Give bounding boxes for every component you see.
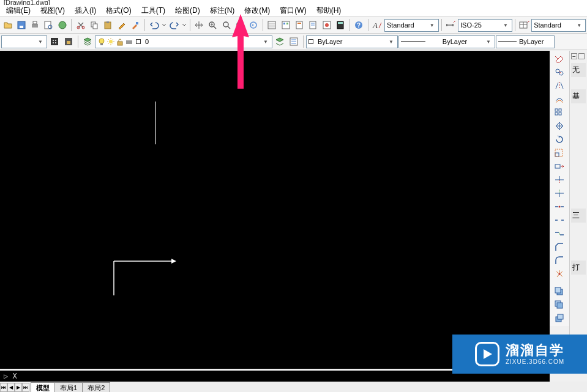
menu-edit[interactable]: 编辑(E): [1, 4, 36, 17]
group-basic-label[interactable]: 基: [571, 89, 586, 103]
tab-scroll-next-icon[interactable]: ▶: [15, 383, 22, 392]
pan-icon[interactable]: [193, 18, 206, 32]
minimize-icon[interactable]: −: [571, 53, 577, 59]
zoom-previous-icon[interactable]: [233, 18, 246, 32]
offset-icon[interactable]: [551, 92, 567, 106]
zoom-window-icon[interactable]: [220, 18, 233, 32]
undo-dropdown[interactable]: [161, 18, 167, 32]
zoom-extents-icon[interactable]: [247, 18, 260, 32]
print-icon[interactable]: [29, 18, 42, 32]
menu-tools[interactable]: 工具(T): [136, 4, 170, 17]
watermark-brand: 溜溜自学: [506, 342, 564, 358]
cut-icon[interactable]: [74, 18, 87, 32]
svg-rect-20: [283, 23, 285, 24]
design-center-icon[interactable]: [279, 18, 292, 32]
fillet-icon[interactable]: [551, 254, 567, 267]
layer-previous-icon[interactable]: [273, 35, 286, 48]
workspace-lock-icon[interactable]: [62, 35, 75, 48]
workspace-settings-icon[interactable]: [48, 35, 61, 48]
menu-help[interactable]: 帮助(H): [312, 4, 346, 17]
tab-model[interactable]: 模型: [31, 382, 55, 392]
open-icon[interactable]: [1, 18, 14, 32]
linetype-combo[interactable]: ByLayer ▼: [398, 35, 495, 48]
restore-icon[interactable]: [578, 53, 585, 59]
selection-label: 无: [571, 63, 586, 77]
svg-point-69: [559, 206, 561, 208]
linetype-value: ByLayer: [428, 38, 482, 45]
svg-rect-78: [557, 303, 563, 308]
properties-icon[interactable]: [266, 18, 279, 32]
text-style-icon[interactable]: A: [371, 18, 384, 32]
help-icon[interactable]: ?: [352, 18, 365, 32]
print-preview-icon[interactable]: [42, 18, 55, 32]
svg-point-42: [109, 40, 113, 43]
redo-icon[interactable]: [168, 18, 181, 32]
menu-draw[interactable]: 绘图(D): [170, 4, 205, 17]
layer-manager-icon[interactable]: [81, 35, 94, 48]
chevron-down-icon: ▼: [575, 21, 583, 29]
markup-icon[interactable]: [320, 18, 333, 32]
explode-icon[interactable]: [551, 267, 567, 281]
menu-dimension[interactable]: 标注(N): [205, 4, 240, 17]
break-icon[interactable]: [551, 213, 567, 227]
paintbrush-icon[interactable]: [129, 18, 141, 32]
draworder-above-icon[interactable]: [551, 311, 567, 325]
copy-icon[interactable]: [88, 18, 101, 32]
erase-icon[interactable]: [551, 52, 567, 65]
tab-layout2[interactable]: 布局2: [82, 382, 110, 392]
drawing-area[interactable]: [0, 51, 550, 369]
menu-modify[interactable]: 修改(M): [239, 4, 275, 17]
linetype-preview-icon: [401, 39, 425, 44]
dim-style-icon[interactable]: [444, 18, 457, 32]
layer-name: 0: [145, 38, 259, 45]
chevron-down-icon: ▼: [36, 37, 45, 46]
text-style-combo[interactable]: Standard ▼: [384, 19, 439, 32]
publish-icon[interactable]: [56, 18, 69, 32]
draworder-front-icon[interactable]: [551, 284, 567, 298]
workspace-combo[interactable]: ▼: [1, 35, 47, 48]
mirror-icon[interactable]: [551, 79, 567, 92]
dim-style-combo[interactable]: ISO-25 ▼: [458, 19, 512, 32]
svg-point-15: [223, 22, 228, 27]
svg-point-37: [55, 42, 56, 43]
break-at-point-icon[interactable]: [551, 200, 567, 213]
paste-icon[interactable]: [102, 18, 114, 32]
tab-layout1[interactable]: 布局1: [54, 382, 83, 392]
sheet-set-icon[interactable]: [307, 18, 320, 32]
rotate-icon[interactable]: [551, 133, 567, 146]
copy-object-icon[interactable]: [551, 65, 567, 79]
menu-window[interactable]: 窗口(W): [275, 4, 311, 17]
group-print-label[interactable]: 打: [571, 261, 586, 275]
group-3d-label[interactable]: 三: [571, 209, 586, 223]
save-icon[interactable]: [15, 18, 28, 32]
tool-palette-icon[interactable]: [293, 18, 305, 32]
tab-scroll-first-icon[interactable]: ⏮: [0, 383, 7, 392]
layer-combo[interactable]: 0 ▼: [95, 35, 272, 48]
menu-format[interactable]: 格式(O): [101, 4, 136, 17]
layer-states-icon[interactable]: [287, 35, 301, 48]
menu-insert[interactable]: 插入(I): [70, 4, 101, 17]
stretch-icon[interactable]: [551, 160, 567, 173]
table-style-icon[interactable]: [518, 18, 531, 32]
chamfer-icon[interactable]: [551, 240, 567, 254]
menu-view[interactable]: 视图(V): [36, 4, 70, 17]
array-icon[interactable]: [551, 106, 567, 119]
trim-icon[interactable]: [551, 173, 567, 187]
join-icon[interactable]: [551, 227, 567, 240]
scale-icon[interactable]: [551, 146, 567, 160]
zoom-realtime-icon[interactable]: [206, 18, 219, 32]
color-combo[interactable]: ByLayer ▼: [306, 35, 398, 48]
redo-dropdown[interactable]: [181, 18, 187, 32]
table-style-value: Standard: [534, 21, 572, 29]
tab-scroll-last-icon[interactable]: ⏭: [22, 383, 29, 392]
extend-icon[interactable]: [551, 187, 567, 200]
draworder-back-icon[interactable]: [551, 298, 567, 311]
match-prop-icon[interactable]: [115, 18, 128, 32]
tab-scroll-prev-icon[interactable]: ◀: [7, 383, 15, 392]
move-icon[interactable]: [551, 119, 567, 133]
lineweight-combo[interactable]: ByLayer: [496, 35, 555, 48]
quickcalc-icon[interactable]: [334, 18, 346, 32]
undo-icon[interactable]: [148, 18, 161, 32]
svg-rect-60: [555, 165, 560, 168]
table-style-combo[interactable]: Standard ▼: [531, 19, 586, 32]
